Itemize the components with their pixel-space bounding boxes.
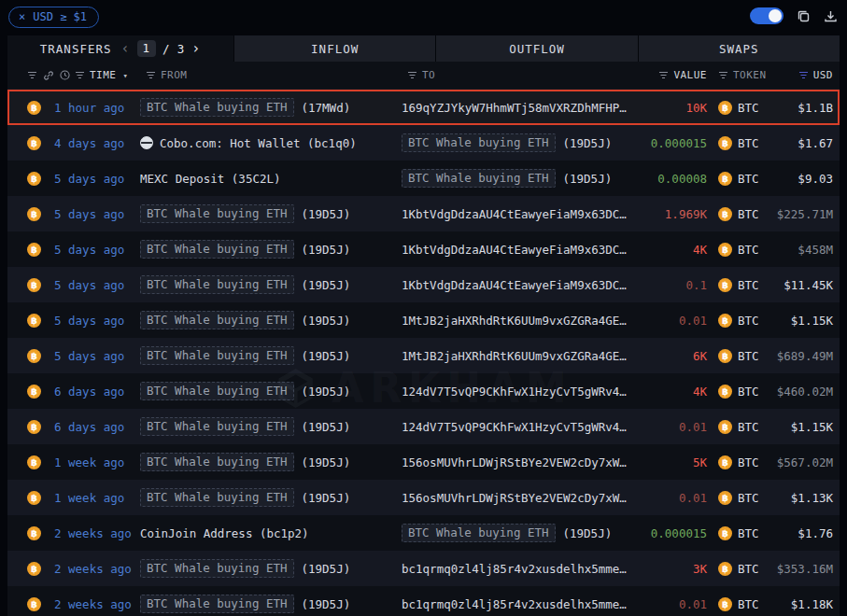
entity-text[interactable]: 156osMUVhrLDWjRStBYe2VEW2cDy7xWrc8 xyxy=(402,491,630,505)
entity-address-suffix[interactable]: (19D5J) xyxy=(302,207,351,221)
btc-icon: ฿ xyxy=(718,101,732,115)
row-token-cell: ฿ xyxy=(7,172,49,186)
entity-text[interactable]: 1KbtVdgDdzaAU4CtEawyeFiaM9x63DCava xyxy=(402,278,630,292)
tab-inflow[interactable]: INFLOW xyxy=(234,35,435,62)
time-cell: 2 weeks ago xyxy=(49,562,140,576)
time-link[interactable]: 2 weeks ago xyxy=(54,526,132,540)
download-icon[interactable] xyxy=(824,9,838,23)
entity-text[interactable]: Cobo.com: Hot Wallet (bc1q0) xyxy=(160,136,357,150)
link-icon[interactable] xyxy=(43,70,54,81)
entity-text[interactable]: bc1qrmq0zl4lj85r4v2xusdelhx5mme45zsks… xyxy=(402,562,630,576)
entity-text[interactable]: 1KbtVdgDdzaAU4CtEawyeFiaM9x63DCava xyxy=(402,207,630,221)
page-separator: / xyxy=(162,42,171,56)
time-link[interactable]: 4 days ago xyxy=(54,136,124,150)
entity-address-suffix[interactable]: (19D5J) xyxy=(302,314,351,328)
table-row: ฿5 days agoBTC Whale buying ETH(19D5J)1M… xyxy=(7,302,840,338)
entity-address-suffix[interactable]: (19D5J) xyxy=(302,349,351,363)
entity-text[interactable]: 1KbtVdgDdzaAU4CtEawyeFiaM9x63DCava xyxy=(402,243,630,257)
entity-text[interactable]: 124dV7T5vQP9CKhFwX1HzyCvT5gWRv4Pto xyxy=(402,420,630,434)
time-link[interactable]: 1 week ago xyxy=(54,455,124,469)
entity-chip[interactable]: BTC Whale buying ETH xyxy=(140,311,294,329)
tab-outflow[interactable]: OUTFLOW xyxy=(436,35,637,62)
entity-address-suffix[interactable]: (17MWd) xyxy=(302,101,351,115)
btc-icon: ฿ xyxy=(718,526,732,540)
entity-chip[interactable]: BTC Whale buying ETH xyxy=(402,133,556,152)
usd-text: $1.67 xyxy=(798,136,833,150)
time-link[interactable]: 2 weeks ago xyxy=(54,562,132,576)
entity-address-suffix[interactable]: (19D5J) xyxy=(302,455,351,469)
usd-column-header[interactable]: USD xyxy=(798,69,833,81)
time-link[interactable]: 5 days ago xyxy=(54,207,124,221)
clock-icon xyxy=(60,70,70,80)
time-link[interactable]: 1 week ago xyxy=(54,491,124,505)
entity-chip[interactable]: BTC Whale buying ETH xyxy=(140,417,294,436)
entity-address-suffix[interactable]: (19D5J) xyxy=(302,243,351,257)
time-link[interactable]: 5 days ago xyxy=(54,349,124,363)
btc-icon: ฿ xyxy=(718,597,732,611)
entity-chip[interactable]: BTC Whale buying ETH xyxy=(140,453,294,471)
tab-swaps[interactable]: SWAPS xyxy=(639,35,840,62)
value-text: 1.969K xyxy=(665,207,707,221)
time-cell: 1 hour ago xyxy=(49,101,140,115)
page-prev-icon[interactable]: ‹ xyxy=(121,42,131,56)
usd-filter-chip[interactable]: × USD ≥ $1 xyxy=(8,7,99,28)
entity-address-suffix[interactable]: (19D5J) xyxy=(563,526,613,540)
entity-chip[interactable]: BTC Whale buying ETH xyxy=(140,382,294,400)
value-text: 4K xyxy=(693,243,707,257)
table-row: ฿5 days agoMEXC Deposit (35C2L)BTC Whale… xyxy=(7,161,840,196)
time-column-header[interactable]: TIME ▾ xyxy=(60,69,128,81)
entity-address-suffix[interactable]: (19D5J) xyxy=(302,597,351,611)
entity-chip[interactable]: BTC Whale buying ETH xyxy=(140,346,294,365)
time-link[interactable]: 6 days ago xyxy=(54,420,124,434)
close-icon[interactable]: × xyxy=(19,10,25,23)
entity-text[interactable]: 124dV7T5vQP9CKhFwX1HzyCvT5gWRv4Pto xyxy=(402,385,630,399)
entity-text[interactable]: 169qYZJYkyW7HhmWTj58mVXRZDhMFHPZPd xyxy=(402,101,630,115)
entity-address-suffix[interactable]: (19D5J) xyxy=(302,420,351,434)
entity-chip[interactable]: BTC Whale buying ETH xyxy=(140,595,294,613)
entity-address-suffix[interactable]: (19D5J) xyxy=(302,385,351,399)
time-link[interactable]: 5 days ago xyxy=(54,243,124,257)
value-text: 0.01 xyxy=(679,597,707,611)
entity-address-suffix[interactable]: (19D5J) xyxy=(563,136,613,150)
entity-chip[interactable]: BTC Whale buying ETH xyxy=(402,169,556,188)
to-column-header[interactable]: TO xyxy=(407,69,435,81)
value-header-label: VALUE xyxy=(673,69,707,81)
page-next-icon[interactable]: › xyxy=(191,42,201,56)
entity-chip[interactable]: BTC Whale buying ETH xyxy=(140,204,294,223)
entity-text[interactable]: bc1qrmq0zl4lj85r4v2xusdelhx5mme45zsks… xyxy=(402,597,630,611)
time-link[interactable]: 2 weeks ago xyxy=(54,597,132,611)
usd-text: $225.71M xyxy=(777,207,833,221)
entity-chip[interactable]: BTC Whale buying ETH xyxy=(140,488,294,507)
time-link[interactable]: 1 hour ago xyxy=(54,101,124,115)
entity-text[interactable]: MEXC Deposit (35C2L) xyxy=(140,172,281,186)
time-link[interactable]: 5 days ago xyxy=(54,314,124,328)
entity-chip[interactable]: BTC Whale buying ETH xyxy=(140,98,294,117)
time-link[interactable]: 5 days ago xyxy=(54,172,124,186)
token-column-header[interactable]: TOKEN xyxy=(718,69,767,81)
time-link[interactable]: 6 days ago xyxy=(54,385,124,399)
view-toggle[interactable] xyxy=(750,7,783,24)
time-link[interactable]: 5 days ago xyxy=(54,278,124,292)
entity-text[interactable]: 1MtJB2jaHXRhdRtK6UUm9vxGZGRa4GEpYn xyxy=(402,314,630,328)
entity-address-suffix[interactable]: (19D5J) xyxy=(302,491,351,505)
entity-address-suffix[interactable]: (19D5J) xyxy=(302,278,351,292)
tab-transfers[interactable]: TRANSFERS ‹ 1 / 3 › xyxy=(7,35,233,62)
entity-text[interactable]: 1MtJB2jaHXRhdRtK6UUm9vxGZGRa4GEpYn xyxy=(402,349,630,363)
btc-icon: ฿ xyxy=(27,597,41,611)
token-symbol: BTC xyxy=(738,597,759,611)
entity-address-suffix[interactable]: (19D5J) xyxy=(302,562,351,576)
filter-icon[interactable] xyxy=(27,71,37,79)
entity-chip[interactable]: BTC Whale buying ETH xyxy=(402,524,556,542)
entity-chip[interactable]: BTC Whale buying ETH xyxy=(140,559,294,578)
transfers-table-body: ฿1 hour agoBTC Whale buying ETH(17MWd)16… xyxy=(7,90,840,616)
entity-address-suffix[interactable]: (19D5J) xyxy=(563,172,613,186)
entity-chip[interactable]: BTC Whale buying ETH xyxy=(140,275,294,294)
from-column-header[interactable]: FROM xyxy=(146,69,188,81)
value-column-header[interactable]: VALUE xyxy=(658,69,707,81)
entity-chip[interactable]: BTC Whale buying ETH xyxy=(140,240,294,259)
table-row: ฿1 hour agoBTC Whale buying ETH(17MWd)16… xyxy=(7,90,840,125)
from-cell: BTC Whale buying ETH(19D5J) xyxy=(140,275,402,294)
entity-text[interactable]: 156osMUVhrLDWjRStBYe2VEW2cDy7xWrc8 xyxy=(402,455,630,469)
copy-icon[interactable] xyxy=(797,9,811,23)
entity-text[interactable]: CoinJoin Address (bc1p2) xyxy=(140,526,309,540)
